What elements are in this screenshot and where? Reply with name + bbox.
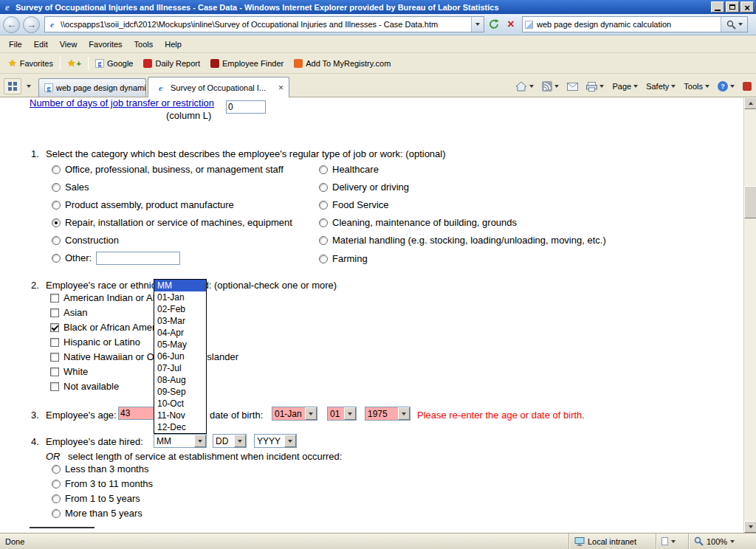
radio-button[interactable] — [319, 255, 328, 263]
address-bar[interactable] — [44, 16, 484, 32]
menu-edit[interactable]: Edit — [28, 38, 54, 51]
radio-option-material-handling[interactable]: Material handling (e.g. stocking, loadin… — [319, 235, 606, 246]
radio-button[interactable] — [319, 201, 328, 210]
address-input[interactable] — [59, 17, 471, 32]
dropdown-item-oct[interactable]: 10-Oct — [154, 398, 206, 410]
checkbox[interactable] — [50, 353, 59, 362]
job-transfer-input[interactable] — [226, 100, 266, 114]
radio-button[interactable] — [319, 165, 328, 174]
radio-button[interactable] — [319, 218, 328, 227]
scroll-down-button[interactable] — [744, 521, 756, 533]
dropdown-item-jun[interactable]: 06-Jun — [154, 351, 206, 362]
scroll-up-button[interactable] — [744, 97, 756, 109]
checkbox-option-white[interactable]: White — [50, 366, 88, 377]
radio-button[interactable] — [52, 201, 61, 210]
zoom-control[interactable]: 100% — [688, 534, 756, 549]
tab-web-page-design[interactable]: web page design dynamic ca... — [38, 78, 146, 97]
radio-option-delivery[interactable]: Delivery or driving — [319, 182, 409, 193]
radio-button[interactable] — [52, 183, 61, 192]
help-menu-button[interactable] — [715, 79, 738, 94]
favorites-link-employee-finder[interactable]: Employee Finder — [205, 57, 289, 70]
home-button[interactable] — [512, 79, 537, 94]
radio-option-1-to-5-years[interactable]: From 1 to 5 years — [52, 493, 140, 504]
dropdown-item-feb[interactable]: 02-Feb — [154, 303, 206, 315]
radio-button[interactable] — [52, 465, 61, 474]
radio-button[interactable] — [52, 509, 61, 518]
read-mail-button[interactable] — [564, 80, 581, 93]
select-dropdown-button[interactable] — [234, 435, 246, 447]
search-input[interactable] — [535, 17, 721, 32]
menu-tools[interactable]: Tools — [128, 38, 159, 51]
checkbox[interactable] — [50, 308, 59, 317]
hired-year-select[interactable]: YYYY — [254, 434, 297, 448]
feeds-button[interactable] — [539, 79, 562, 94]
menu-help[interactable]: Help — [159, 38, 188, 51]
checkbox-option-hispanic[interactable]: Hispanic or Latino — [50, 336, 140, 348]
radio-option-construction[interactable]: Construction — [52, 235, 119, 246]
radio-option-more-5-years[interactable]: More than 5 years — [52, 508, 142, 519]
vertical-scrollbar[interactable] — [743, 97, 756, 533]
add-to-favorites-bar-button[interactable] — [62, 57, 86, 70]
status-secondary-pane[interactable] — [656, 534, 688, 549]
dropdown-item-may[interactable]: 05-May — [154, 339, 206, 351]
favorites-link-daily-report[interactable]: Daily Report — [138, 57, 205, 70]
tab-survey-active[interactable]: Survey of Occupational I... — [148, 77, 289, 97]
quick-tabs-button[interactable] — [4, 78, 21, 94]
safety-menu-button[interactable]: Safety — [643, 80, 678, 93]
dropdown-item-mar[interactable]: 03-Mar — [154, 315, 206, 327]
favorites-link-google[interactable]: Google — [90, 57, 138, 70]
back-button[interactable] — [3, 16, 20, 33]
dropdown-item-jan[interactable]: 01-Jan — [154, 291, 206, 303]
radio-button-checked[interactable] — [52, 218, 61, 227]
radio-option-farming[interactable]: Farming — [319, 253, 368, 264]
radio-option-cleaning[interactable]: Cleaning, maintenance of building, groun… — [319, 217, 517, 228]
select-dropdown-button[interactable] — [305, 407, 317, 420]
radio-button[interactable] — [52, 480, 61, 488]
select-dropdown-button[interactable] — [398, 407, 410, 420]
radio-option-other[interactable]: Other: — [52, 252, 92, 263]
tools-menu-button[interactable]: Tools — [681, 80, 712, 93]
radio-button[interactable] — [52, 236, 61, 245]
search-button[interactable] — [721, 17, 747, 32]
menu-view[interactable]: View — [54, 38, 83, 51]
radio-button[interactable] — [52, 494, 61, 503]
page-menu-button[interactable]: Page — [609, 80, 641, 93]
tab-close-icon[interactable] — [278, 84, 284, 92]
favorites-link-myregistry[interactable]: Add To MyRegistry.com — [289, 57, 396, 70]
menu-file[interactable]: File — [3, 38, 28, 51]
radio-option-repair-selected[interactable]: Repair, installation or service of machi… — [52, 217, 292, 228]
dob-month-select[interactable]: 01-Jan — [272, 407, 317, 421]
forward-button[interactable] — [23, 16, 40, 33]
other-input[interactable] — [96, 252, 180, 265]
menu-favorites[interactable]: Favorites — [83, 38, 128, 51]
dropdown-item-sep[interactable]: 09-Sep — [154, 386, 206, 398]
radio-option-less-3-months[interactable]: Less than 3 months — [52, 463, 148, 474]
select-dropdown-button[interactable] — [194, 435, 206, 447]
radio-option-sales[interactable]: Sales — [52, 182, 89, 193]
checkbox[interactable] — [50, 382, 59, 391]
address-dropdown-button[interactable] — [471, 17, 484, 32]
close-button[interactable] — [740, 1, 754, 13]
minimize-button[interactable] — [711, 1, 724, 13]
tab-list-button[interactable] — [24, 78, 34, 94]
radio-button[interactable] — [52, 254, 61, 263]
scrollbar-thumb[interactable] — [744, 186, 756, 218]
dropdown-item-jul[interactable]: 07-Jul — [154, 362, 206, 374]
hired-month-select-open[interactable]: MM — [154, 434, 207, 448]
radio-option-office[interactable]: Office, professional, business, or manag… — [52, 164, 284, 175]
dropdown-item-dec[interactable]: 12-Dec — [154, 421, 206, 433]
favorites-button[interactable]: Favorites — [3, 57, 58, 70]
select-dropdown-button[interactable] — [284, 435, 296, 447]
dropdown-item-aug[interactable]: 08-Aug — [154, 374, 206, 386]
dropdown-item-nov[interactable]: 11-Nov — [154, 410, 206, 421]
search-box[interactable] — [522, 16, 748, 32]
extra-toolbar-button[interactable] — [740, 80, 755, 93]
dropdown-item-apr[interactable]: 04-Apr — [154, 327, 206, 339]
radio-button[interactable] — [319, 183, 328, 192]
checkbox[interactable] — [50, 338, 59, 347]
checkbox-option-not-available[interactable]: Not available — [50, 381, 119, 392]
radio-option-food-service[interactable]: Food Service — [319, 199, 389, 210]
restore-button[interactable] — [726, 1, 739, 13]
radio-option-healthcare[interactable]: Healthcare — [319, 164, 379, 175]
radio-option-3-to-11-months[interactable]: From 3 to 11 months — [52, 478, 153, 489]
